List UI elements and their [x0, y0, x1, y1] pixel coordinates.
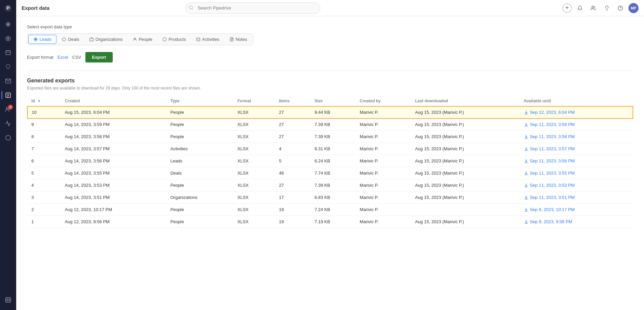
svg-rect-25: [90, 38, 93, 41]
svg-point-19: [592, 6, 593, 8]
generated-exports-title: Generated exports: [27, 78, 633, 84]
col-id[interactable]: Id ▼: [27, 96, 61, 106]
cell-items: 19: [275, 204, 310, 216]
tab-deals-label: Deals: [68, 37, 79, 42]
cell-format: XLSX: [233, 191, 275, 204]
cell-format: XLSX: [233, 106, 275, 119]
cell-id: 9: [27, 119, 61, 131]
content-area: Select export data type Leads Deals Orga…: [16, 16, 644, 310]
export-button[interactable]: Export: [85, 52, 113, 62]
cell-available-until[interactable]: Sep 11, 2023, 3:53 PM: [520, 179, 633, 191]
download-link[interactable]: Sep 11, 2023, 3:53 PM: [524, 183, 629, 188]
format-csv[interactable]: CSV: [72, 55, 81, 60]
cell-id: 3: [27, 191, 61, 204]
cell-id: 4: [27, 179, 61, 191]
sidebar-item-products[interactable]: [1, 131, 15, 145]
sidebar-item-mail[interactable]: [1, 74, 15, 88]
cell-available-until[interactable]: Sep 12, 2023, 6:04 PM: [520, 106, 633, 119]
cell-size: 7.74 KB: [311, 167, 356, 179]
cell-id: 1: [27, 216, 61, 228]
bulb-button[interactable]: [601, 3, 612, 14]
cell-size: 6.83 KB: [311, 191, 356, 204]
cell-last-downloaded: Aug 15, 2023 (Marivic P.): [411, 179, 520, 191]
download-link[interactable]: Sep 11, 2023, 3:56 PM: [524, 158, 629, 163]
cell-available-until[interactable]: Sep 11, 2023, 3:56 PM: [520, 155, 633, 167]
exports-table: Id ▼ Created Type Format Items Size Crea…: [27, 96, 633, 228]
cell-last-downloaded: Aug 15, 2023 (Marivic P.): [411, 167, 520, 179]
cell-size: 6.24 KB: [311, 155, 356, 167]
contacts-button[interactable]: [588, 3, 599, 14]
sidebar-item-home[interactable]: [1, 18, 15, 31]
cell-size: 7.39 KB: [311, 131, 356, 143]
download-link[interactable]: Sep 11, 2023, 3:59 PM: [524, 122, 629, 127]
svg-rect-27: [196, 38, 200, 41]
sidebar-item-exports[interactable]: [1, 88, 15, 102]
sidebar-bottom: [1, 293, 15, 310]
help-button[interactable]: [615, 3, 626, 14]
notifications-button[interactable]: [574, 3, 585, 14]
cell-last-downloaded: Aug 15, 2023 (Marivic P.): [411, 191, 520, 204]
sidebar-item-marketplace[interactable]: [1, 293, 15, 307]
download-link[interactable]: Sep 11, 2023, 3:58 PM: [524, 134, 629, 139]
tab-people[interactable]: People: [128, 35, 157, 44]
cell-available-until[interactable]: Sep 11, 2023, 3:51 PM: [520, 191, 633, 204]
col-format: Format: [233, 96, 275, 106]
cell-items: 5: [275, 155, 310, 167]
download-link[interactable]: Sep 9, 2023, 10:17 PM: [524, 207, 629, 212]
svg-point-17: [189, 6, 192, 9]
cell-items: 27: [275, 131, 310, 143]
cell-type: People: [166, 216, 234, 228]
sidebar-item-campaigns[interactable]: [1, 60, 15, 74]
format-excel[interactable]: Excel: [57, 55, 68, 60]
download-link[interactable]: Sep 11, 2023, 3:55 PM: [524, 171, 629, 176]
tab-organizations[interactable]: Organizations: [85, 35, 127, 44]
svg-point-5: [7, 37, 9, 40]
app-logo[interactable]: P: [3, 3, 14, 14]
tab-deals[interactable]: Deals: [57, 35, 84, 44]
cell-created: Aug 15, 2023, 6:04 PM: [61, 106, 166, 119]
export-type-tabs: Leads Deals Organizations People Product…: [27, 33, 253, 45]
table-row: 10Aug 15, 2023, 6:04 PMPeopleXLSX279.44 …: [27, 106, 633, 119]
sidebar-item-activities[interactable]: [1, 46, 15, 59]
table-row: 2Aug 12, 2023, 10:17 PMPeopleXLSX197.24 …: [27, 204, 633, 216]
cell-available-until[interactable]: Sep 11, 2023, 3:55 PM: [520, 167, 633, 179]
svg-point-3: [7, 23, 9, 25]
add-button[interactable]: +: [562, 3, 572, 13]
cell-format: XLSX: [233, 119, 275, 131]
sidebar-item-contacts[interactable]: 2: [1, 103, 15, 116]
tab-activities[interactable]: Activities: [191, 35, 224, 44]
table-row: 7Aug 14, 2023, 3:57 PMActivitiesXLSX46.3…: [27, 143, 633, 155]
cell-size: 7.24 KB: [311, 204, 356, 216]
col-size: Size: [311, 96, 356, 106]
cell-type: Organizations: [166, 191, 234, 204]
cell-created-by: Marivic P.: [356, 216, 411, 228]
tab-notes[interactable]: Notes: [225, 35, 252, 44]
tab-products[interactable]: Products: [158, 35, 190, 44]
search-icon: [189, 5, 193, 11]
search-input[interactable]: [185, 2, 320, 14]
cell-available-until[interactable]: Sep 11, 2023, 3:58 PM: [520, 131, 633, 143]
download-link[interactable]: Sep 12, 2023, 6:04 PM: [524, 110, 628, 115]
download-link[interactable]: Sep 11, 2023, 3:51 PM: [524, 195, 629, 200]
cell-available-until[interactable]: Sep 9, 2023, 9:56 PM: [520, 216, 633, 228]
search-bar: [185, 2, 320, 14]
avatar[interactable]: MP: [628, 3, 639, 13]
cell-created-by: Marivic P.: [356, 155, 411, 167]
cell-available-until[interactable]: Sep 9, 2023, 10:17 PM: [520, 204, 633, 216]
sidebar-item-deals[interactable]: [1, 32, 15, 45]
cell-created-by: Marivic P.: [356, 131, 411, 143]
tab-leads[interactable]: Leads: [28, 35, 56, 44]
download-link[interactable]: Sep 9, 2023, 9:56 PM: [524, 219, 629, 224]
cell-type: People: [166, 119, 234, 131]
sidebar-item-reports[interactable]: [1, 117, 15, 130]
cell-created: Aug 14, 2023, 3:59 PM: [61, 119, 166, 131]
cell-available-until[interactable]: Sep 11, 2023, 3:57 PM: [520, 143, 633, 155]
cell-last-downloaded: Aug 15, 2023 (Marivic P.): [411, 131, 520, 143]
cell-available-until[interactable]: Sep 11, 2023, 3:59 PM: [520, 119, 633, 131]
download-link[interactable]: Sep 11, 2023, 3:57 PM: [524, 146, 629, 151]
table-row: 3Aug 14, 2023, 3:51 PMOrganizationsXLSX1…: [27, 191, 633, 204]
tab-organizations-label: Organizations: [96, 37, 123, 42]
cell-created-by: Marivic P.: [356, 204, 411, 216]
main-content: Export data + MP Select exp: [16, 0, 644, 310]
sidebar: P 2: [0, 0, 16, 310]
